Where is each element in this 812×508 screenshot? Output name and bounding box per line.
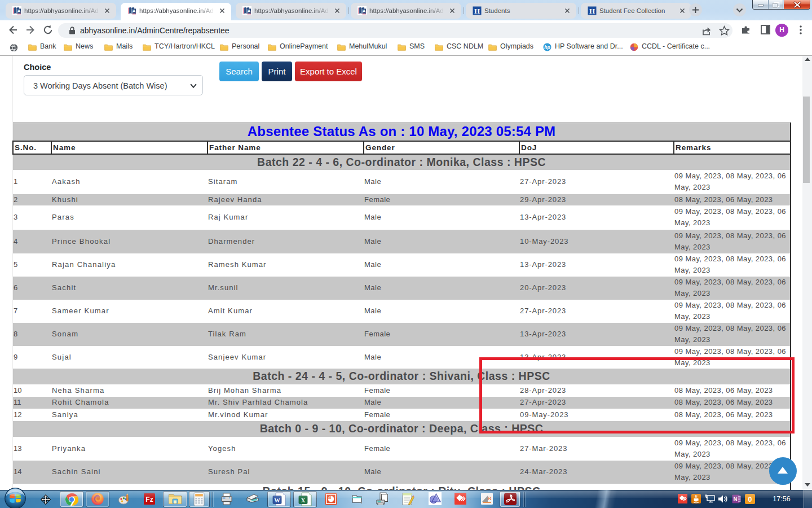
svg-text:N: N [733,496,737,502]
svg-text:A: A [17,8,21,14]
svg-text:W: W [274,497,280,503]
svg-text:Fz: Fz [145,496,153,503]
svg-text:A: A [133,8,136,14]
svg-text:0: 0 [748,496,752,503]
svg-text:X: X [301,497,306,503]
svg-text:hp: hp [544,45,550,50]
svg-text:H: H [589,7,595,15]
svg-text:R: R [488,496,492,501]
svg-text:A: A [363,8,366,14]
svg-text:H: H [474,7,480,15]
svg-text:A: A [248,8,251,14]
